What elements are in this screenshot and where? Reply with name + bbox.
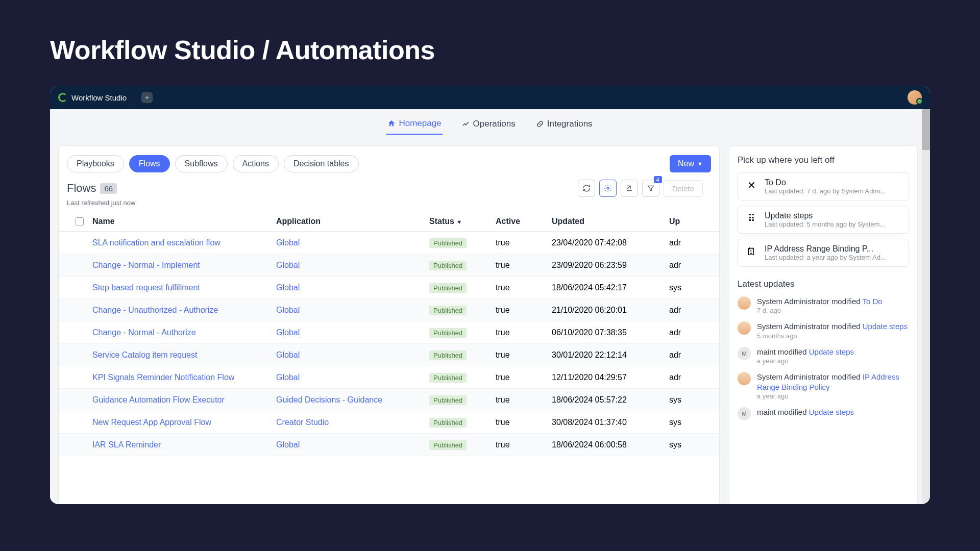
tab-operations[interactable]: Operations [461,116,517,135]
col-name[interactable]: Name [92,217,276,226]
divider [134,92,134,103]
recent-subtitle: Last updated: a year ago by System Ad... [765,254,886,261]
col-updated-by[interactable]: Up [669,217,710,226]
avatar[interactable] [908,90,922,105]
recent-icon: ✕ [744,178,758,192]
filter-button[interactable]: 4 [642,180,659,197]
application-link[interactable]: Global [276,306,300,314]
recent-subtitle: Last updated: 7 d. ago by System Admi... [765,187,886,195]
page-title: Workflow Studio / Automations [50,35,980,65]
latest-updates-title: Latest updates [738,279,909,289]
application-link[interactable]: Global [276,328,300,337]
updated-by-value: adr [669,373,710,382]
filter-count-badge: 4 [654,176,662,183]
application-link[interactable]: Global [276,261,300,269]
filter-icon [647,184,655,192]
recent-title: To Do [765,178,886,187]
updated-by-value: adr [669,261,710,270]
application-link[interactable]: Guided Decisions - Guidance [276,395,382,404]
app-logo[interactable]: Workflow Studio [58,93,127,102]
pill-playbooks[interactable]: Playbooks [67,155,124,172]
refresh-button[interactable] [578,180,595,197]
flow-name-link[interactable]: KPI Signals Reminder Notification Flow [92,373,234,382]
select-all-checkbox[interactable] [76,217,84,226]
tab-operations-label: Operations [473,119,516,129]
table-row: Change - Normal - Authorize Global Publi… [59,321,719,344]
new-button-label: New [678,159,694,168]
update-time: 5 months ago [757,332,908,340]
export-icon [625,184,633,192]
settings-button[interactable] [599,180,617,197]
app-window: Workflow Studio + Homepage Operations [50,86,930,504]
avatar [738,321,751,335]
new-button[interactable]: New ▼ [670,155,711,172]
updated-by-value: sys [669,395,710,405]
updated-by-value: sys [669,418,710,427]
active-value: true [496,395,552,405]
update-item: System Administrator modified IP Address… [738,372,909,400]
avatar: M [738,407,751,420]
flow-name-link[interactable]: Change - Unauthorized - Authorize [92,306,218,314]
update-link[interactable]: Update steps [863,322,908,331]
flow-name-link[interactable]: Change - Normal - Authorize [92,328,196,337]
recent-card[interactable]: ⠿ Update steps Last updated: 5 months ag… [738,206,909,234]
flow-name-link[interactable]: Service Catalog item request [92,350,197,359]
application-link[interactable]: Global [276,440,300,449]
export-button[interactable] [621,180,638,197]
avatar: M [738,347,751,360]
new-tab-button[interactable]: + [141,92,153,103]
active-value: true [496,306,552,315]
flow-name-link[interactable]: Guidance Automation Flow Executor [92,395,225,404]
gear-icon [604,184,612,192]
recent-icon: 🗓 [744,244,758,259]
tab-integrations[interactable]: Integrations [535,116,594,135]
pill-actions[interactable]: Actions [233,155,279,172]
scrollbar[interactable] [922,109,930,504]
updated-by-value: adr [669,306,710,315]
application-link[interactable]: Global [276,238,300,247]
update-link[interactable]: Update steps [809,408,854,416]
pill-decision-tables[interactable]: Decision tables [284,155,359,172]
delete-button[interactable]: Delete [664,180,703,197]
table-header: Name Application Status ▼ Active Updated… [59,212,719,232]
col-status[interactable]: Status ▼ [429,217,496,226]
status-badge: Published [429,283,467,293]
update-link[interactable]: To Do [862,297,882,306]
recent-card[interactable]: ✕ To Do Last updated: 7 d. ago by System… [738,172,909,201]
app-header: Workflow Studio + [50,86,930,109]
flow-name-link[interactable]: Step based request fulfillment [92,283,200,292]
status-badge: Published [429,261,467,270]
recent-card[interactable]: 🗓 IP Address Range Binding P... Last upd… [738,239,909,267]
col-updated[interactable]: Updated [552,217,669,226]
top-tabs: Homepage Operations Integrations [50,109,930,140]
flow-name-link[interactable]: New Request App Approval Flow [92,418,211,427]
pill-flows[interactable]: Flows [129,155,170,172]
tab-homepage[interactable]: Homepage [386,116,442,135]
recent-icon: ⠿ [744,211,758,226]
update-link[interactable]: Update steps [809,347,854,356]
updated-by-value: sys [669,283,710,292]
update-item: System Administrator modified Update ste… [738,321,909,339]
last-refreshed: Last refreshed just now [59,199,719,212]
status-badge: Published [429,440,467,450]
table-row: Guidance Automation Flow Executor Guided… [59,389,719,411]
updated-value: 18/06/2024 06:00:58 [552,440,669,449]
flow-name-link[interactable]: Change - Normal - Implement [92,261,200,269]
flow-name-link[interactable]: SLA notification and escalation flow [92,238,220,247]
application-link[interactable]: Global [276,283,300,292]
col-application[interactable]: Application [276,217,429,226]
application-link[interactable]: Global [276,350,300,359]
pill-subflows[interactable]: Subflows [175,155,228,172]
status-badge: Published [429,238,467,248]
col-active[interactable]: Active [496,217,552,226]
active-value: true [496,373,552,382]
update-item: M maint modified Update steps [738,407,909,420]
status-badge: Published [429,306,467,315]
application-link[interactable]: Creator Studio [276,418,329,427]
flow-name-link[interactable]: IAR SLA Reminder [92,440,161,449]
application-link[interactable]: Global [276,373,300,382]
chart-icon [462,120,470,128]
app-name: Workflow Studio [71,93,127,102]
update-link[interactable]: IP Address Range Binding Policy [757,372,899,391]
update-time: a year ago [757,357,854,365]
